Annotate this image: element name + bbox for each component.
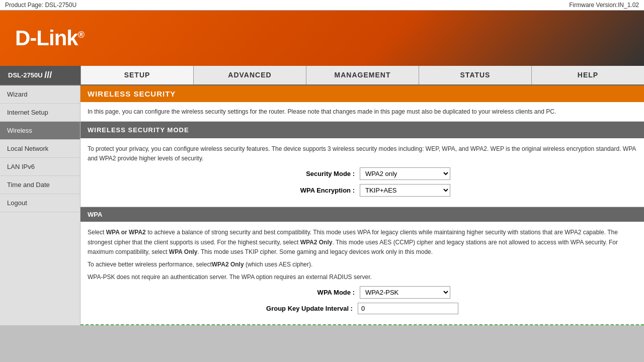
nav-device-label: DSL-2750U /// <box>0 66 80 84</box>
wpa2-only-bold: WPA2 Only <box>212 261 244 268</box>
security-mode-row: Security Mode : WPA2 only None WEP WPA o… <box>88 167 637 180</box>
sidebar-item-logout[interactable]: Logout <box>0 194 80 212</box>
wpa-encryption-label: WPA Encryption : <box>274 187 355 194</box>
sidebar-item-wireless[interactable]: Wireless <box>0 122 80 140</box>
wpa-mode-row: WPA Mode : WPA2-PSK WPA-PSK AUTO(WPA or … <box>88 286 637 299</box>
wpa-content: Select WPA or WPA2 to achieve a balance … <box>80 222 644 324</box>
wpa-bold3: WPA Only <box>169 248 198 255</box>
wpa-para3: WPA-PSK does not require an authenticati… <box>88 273 637 282</box>
wpa-section-header: WPA <box>80 207 644 222</box>
wpa-bold2: WPA2 Only <box>300 239 333 246</box>
tab-status[interactable]: STATUS <box>419 66 531 84</box>
dlink-logo: D-Link® <box>15 26 84 50</box>
tab-management[interactable]: MANAGEMENT <box>306 66 419 84</box>
tab-help[interactable]: HELP <box>531 66 644 84</box>
crosshair-icon: ⊕ <box>630 125 637 135</box>
header: D-Link® <box>0 11 644 66</box>
group-key-input[interactable]: 0 <box>358 303 458 314</box>
security-mode-title: WIRELESS SECURITY MODE <box>88 126 189 134</box>
tab-setup[interactable]: SETUP <box>80 66 193 84</box>
security-mode-select[interactable]: WPA2 only None WEP WPA only WPA+WPA2 <box>360 167 450 180</box>
tab-advanced[interactable]: ADVANCED <box>193 66 306 84</box>
wpa-mode-select[interactable]: WPA2-PSK WPA-PSK AUTO(WPA or WPA2) <box>360 286 450 299</box>
security-mode-section-header: WIRELESS SECURITY MODE ⊕ <box>80 122 644 138</box>
sidebar-item-time-and-date[interactable]: Time and Date <box>0 176 80 194</box>
sidebar-item-local-network[interactable]: Local Network <box>0 140 80 158</box>
product-info: Product Page: DSL-2750U <box>5 2 76 9</box>
security-mode-content: To protect your privacy, you can configu… <box>80 138 644 207</box>
main-layout: Wizard Internet Setup Wireless Local Net… <box>0 85 644 325</box>
wpa-para1: Select WPA or WPA2 to achieve a balance … <box>88 228 637 257</box>
wpa-para2: To achieve better wireless performance, … <box>88 260 637 269</box>
top-bar: Product Page: DSL-2750U Firmware Version… <box>0 0 644 11</box>
firmware-info: Firmware Version:IN_1.02 <box>569 2 639 9</box>
content-area: WIRELESS SECURITY In this page, you can … <box>80 85 644 325</box>
wpa-bold1: WPA or WPA2 <box>106 229 146 236</box>
wpa-encryption-row: WPA Encryption : TKIP+AES TKIP AES <box>88 184 637 197</box>
security-mode-label: Security Mode : <box>274 170 355 177</box>
security-mode-description: To protect your privacy, you can configu… <box>88 144 637 163</box>
sidebar: Wizard Internet Setup Wireless Local Net… <box>0 85 80 325</box>
sidebar-item-internet-setup[interactable]: Internet Setup <box>0 104 80 122</box>
logo-registered: ® <box>78 30 84 40</box>
group-key-label: Group Key Update Interval : <box>266 305 353 312</box>
page-title: WIRELESS SECURITY <box>80 85 644 102</box>
content-wrapper: WIRELESS SECURITY In this page, you can … <box>80 85 644 325</box>
group-key-row: Group Key Update Interval : 0 <box>88 303 637 314</box>
sidebar-item-lan-ipv6[interactable]: LAN IPv6 <box>0 158 80 176</box>
sidebar-item-wizard[interactable]: Wizard <box>0 85 80 104</box>
wpa-encryption-select[interactable]: TKIP+AES TKIP AES <box>360 184 450 197</box>
wpa-mode-label: WPA Mode : <box>274 289 355 296</box>
page-description: In this page, you can configure the wire… <box>80 102 644 122</box>
nav-tabs: DSL-2750U /// SETUP ADVANCED MANAGEMENT … <box>0 66 644 85</box>
